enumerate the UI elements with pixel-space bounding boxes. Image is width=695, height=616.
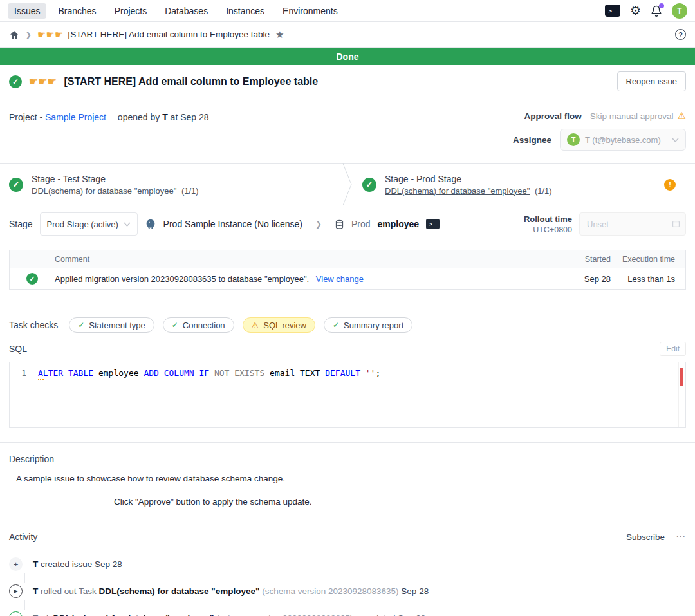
approval-flow-label: Approval flow — [524, 111, 581, 121]
activity-task: DDL(schema) for database "employee" — [99, 586, 260, 596]
database-environment: Prod — [351, 219, 371, 229]
table-header-row: Comment Started Execution time — [10, 250, 685, 268]
issue-title-text: [START HERE] Add email column to Employe… — [64, 76, 318, 87]
table-row[interactable]: ✓ Applied migration version 202309280836… — [10, 268, 685, 289]
editor-scrollbar[interactable] — [678, 362, 679, 427]
timeline-connector — [24, 573, 25, 583]
timeline-connector — [24, 600, 25, 610]
database-icon — [335, 219, 344, 229]
activity-item-rollout: ▶ T rolled out Task DDL(schema) for data… — [9, 584, 686, 598]
editor-warning-marker — [680, 368, 683, 386]
subscribe-button[interactable]: Subscribe — [626, 532, 665, 542]
line-number: 1 — [10, 368, 38, 378]
nav-item-environments[interactable]: Environments — [276, 3, 344, 19]
rollout-time-input[interactable] — [579, 212, 686, 236]
open-sql-editor-icon[interactable]: >_ — [426, 219, 440, 229]
activity-date: Sep 28 — [398, 613, 425, 616]
rollout-time-label: Rollout time — [524, 214, 572, 224]
project-label: Project — [9, 112, 37, 122]
calendar-icon — [672, 219, 680, 230]
stage-bar: Stage Prod Stage (active) Prod Sample In… — [0, 205, 695, 243]
badge-label: Statement type — [89, 321, 145, 330]
activity-section: Activity Subscribe ⋯ + T created issue S… — [0, 521, 695, 616]
stage-task-count: (1/1) — [535, 186, 552, 196]
project-line: Project - Sample Project opened by T at … — [9, 110, 209, 151]
task-success-check-icon: ✓ — [26, 273, 38, 285]
activity-meta: (schema version 20230928083635) — [259, 586, 401, 596]
stage-title: Stage - Prod Stage — [385, 174, 552, 184]
task-started: Sep 28 — [562, 274, 613, 284]
stage-select[interactable]: Prod Stage (active) — [40, 212, 138, 236]
check-badge-summary-report[interactable]: ✓ Summary report — [324, 317, 412, 333]
gear-icon[interactable]: ⚙ — [630, 5, 641, 17]
stage-pipeline: ✓ Stage - Test Stage DDL(schema) for dat… — [0, 163, 695, 205]
activity-user: T — [33, 559, 38, 569]
view-change-link[interactable]: View change — [316, 274, 364, 284]
stage-card-test[interactable]: ✓ Stage - Test Stage DDL(schema) for dat… — [0, 164, 342, 205]
bell-icon[interactable] — [651, 5, 662, 17]
home-icon[interactable] — [9, 30, 19, 40]
badge-label: Summary report — [344, 321, 403, 330]
activity-item-completed: ✓ Task DDL(schema) for database "employe… — [9, 611, 686, 616]
project-link[interactable]: Sample Project — [45, 112, 106, 122]
instance-name[interactable]: Prod Sample Instance (No license) — [163, 219, 302, 229]
reopen-issue-button[interactable]: Reopen issue — [617, 71, 687, 91]
assignee-row: Assignee T T (t@bytebase.com) — [513, 129, 686, 151]
assignee-select[interactable]: T T (t@bytebase.com) — [560, 129, 686, 151]
nav-item-projects[interactable]: Projects — [108, 3, 154, 19]
stage-task-text[interactable]: DDL(schema) for database "employee" — [385, 186, 530, 196]
postgres-icon — [145, 218, 156, 230]
chevron-down-icon — [124, 222, 131, 227]
approval-flow-value: Skip manual approval ⚠ — [590, 110, 686, 122]
nav-item-issues[interactable]: Issues — [8, 3, 46, 19]
activity-date: Sep 28 — [401, 586, 429, 596]
more-options-icon[interactable]: ⋯ — [676, 531, 686, 543]
help-icon[interactable]: ? — [675, 29, 686, 40]
star-icon[interactable]: ★ — [275, 29, 284, 41]
check-badge-statement-type[interactable]: ✓ Statement type — [69, 317, 154, 333]
check-circle-icon: ✓ — [9, 611, 23, 616]
avatar[interactable]: T — [672, 3, 687, 19]
sql-edit-button[interactable]: Edit — [660, 342, 686, 356]
stage-task-text[interactable]: DDL(schema) for database "employee" — [32, 186, 176, 196]
nav-item-instances[interactable]: Instances — [219, 3, 271, 19]
sql-editor[interactable]: 1 ALTER TABLE employee ADD COLUMN IF NOT… — [9, 362, 686, 428]
activity-text: created issue — [38, 559, 95, 569]
nav-item-databases[interactable]: Databases — [158, 3, 214, 19]
chevron-right-icon: ❯ — [315, 219, 322, 229]
plus-icon: + — [9, 557, 23, 571]
project-dash: - — [39, 112, 42, 122]
stage-done-check-icon: ✓ — [362, 178, 376, 192]
check-badge-sql-review[interactable]: ⚠ SQL review — [243, 317, 315, 333]
task-comment-text: Applied migration version 20230928083635… — [55, 274, 309, 284]
assignee-label: Assignee — [513, 135, 551, 145]
sql-label: SQL — [9, 344, 27, 354]
chevron-down-icon — [672, 138, 679, 142]
stage-card-prod[interactable]: ✓ Stage - Prod Stage DDL(schema) for dat… — [353, 164, 695, 205]
sql-section: SQL Edit 1 ALTER TABLE employee ADD COLU… — [9, 342, 686, 428]
sql-editor-icon[interactable]: >_ — [605, 5, 620, 17]
issue-done-check-icon: ✓ — [9, 75, 22, 88]
stage-attention-icon: ! — [664, 179, 676, 191]
activity-action: rolled out Task — [38, 586, 98, 596]
stage-select-value: Prod Stage (active) — [47, 219, 118, 229]
activity-date: Sep 28 — [95, 559, 122, 569]
stage-done-check-icon: ✓ — [9, 178, 23, 192]
task-checks: Task checks ✓ Statement type ✓ Connectio… — [9, 317, 686, 333]
rollout-timezone: UTC+0800 — [524, 225, 572, 234]
warning-triangle-icon: ⚠ — [678, 110, 686, 122]
opened-prefix: opened by — [118, 112, 160, 122]
nav-item-branches[interactable]: Branches — [51, 3, 102, 19]
assignee-value: T (t@bytebase.com) — [585, 135, 667, 145]
play-circle-icon: ▶ — [9, 584, 23, 598]
opened-user: T — [162, 112, 168, 122]
stage-title: Stage - Test Stage — [32, 174, 199, 184]
check-badge-connection[interactable]: ✓ Connection — [163, 317, 234, 333]
status-banner: Done — [0, 48, 695, 65]
database-name[interactable]: employee — [378, 219, 420, 229]
opened-date: at Sep 28 — [171, 112, 209, 122]
col-execution-time: Execution time — [613, 255, 685, 264]
breadcrumb: ❯ ☛☛☛ [START HERE] Add email column to E… — [0, 22, 695, 48]
issue-meta: Project - Sample Project opened by T at … — [0, 98, 695, 163]
activity-item-created: + T created issue Sep 28 — [9, 557, 686, 571]
